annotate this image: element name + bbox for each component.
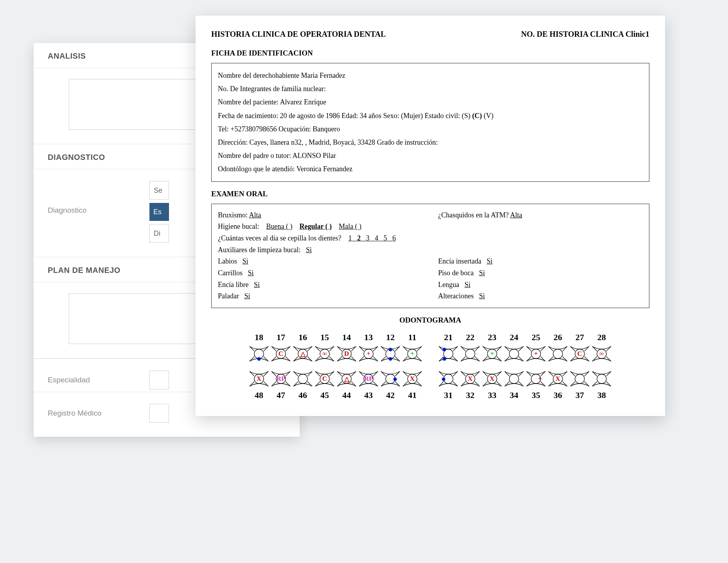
tooth-number: 31 — [437, 390, 459, 400]
plan-textarea[interactable] — [69, 293, 210, 344]
diagnostico-label: Diagnostico — [48, 206, 149, 215]
tooth-number: 33 — [481, 390, 503, 400]
tooth-number: 47 — [270, 390, 292, 400]
tooth-icon — [379, 368, 401, 390]
especialidad-input[interactable] — [149, 371, 169, 389]
tooth-icon: X — [459, 368, 481, 390]
tooth-number: 24 — [503, 332, 525, 342]
tooth-icon: D — [336, 342, 358, 365]
tooth-number: 21 — [437, 332, 459, 342]
tooth-number: 27 — [569, 332, 591, 342]
tooth-icon: + — [358, 342, 379, 365]
odontogram-right: 2122232425262728 — [437, 332, 613, 400]
tooth-number: 35 — [525, 390, 547, 400]
tooth-number: 42 — [379, 390, 401, 400]
tooth-icon: △ — [292, 342, 314, 365]
tooth-number: 14 — [336, 332, 358, 342]
tooth-number: 15 — [314, 332, 336, 342]
tooth-number: 26 — [547, 332, 569, 342]
diag-option-3[interactable]: Di — [149, 224, 169, 243]
tooth-number: 12 — [379, 332, 401, 342]
tooth-number: 46 — [292, 390, 314, 400]
tooth-icon: X — [401, 368, 423, 390]
tooth-icon — [569, 368, 591, 390]
tooth-number: 13 — [358, 332, 379, 342]
tooth-icon — [248, 342, 270, 365]
tooth-icon: + — [481, 342, 503, 365]
tooth-icon — [379, 342, 401, 365]
svg-point-38 — [509, 349, 519, 359]
tooth-icon: X — [248, 368, 270, 390]
tooth-icon — [503, 368, 525, 390]
tooth-number: 45 — [314, 390, 336, 400]
svg-point-20 — [298, 374, 307, 384]
tooth-number: 48 — [248, 390, 270, 400]
svg-point-34 — [466, 349, 475, 359]
tooth-icon — [503, 342, 525, 365]
tooth-icon: C — [270, 342, 292, 365]
odontogram: 1817161514131211 C — [211, 332, 649, 400]
registro-label: Registro Médico — [48, 409, 149, 418]
doc-title-right: NO. DE HISTORIA CLINICA Clinic1 — [521, 30, 649, 39]
tooth-icon: ∞ — [314, 342, 336, 365]
tooth-icon: RP — [358, 368, 379, 390]
tooth-number: 22 — [459, 332, 481, 342]
tooth-icon: △ — [336, 368, 358, 390]
tooth-icon — [437, 342, 459, 365]
tooth-number: 32 — [459, 390, 481, 400]
tooth-icon: + — [525, 342, 547, 365]
tooth-number: 36 — [547, 390, 569, 400]
tooth-icon: C — [569, 342, 591, 365]
analisis-textarea[interactable] — [69, 79, 210, 130]
tooth-icon — [547, 342, 569, 365]
examen-title: EXAMEN ORAL — [211, 190, 649, 198]
tooth-icon — [459, 342, 481, 365]
tooth-number: 16 — [292, 332, 314, 342]
svg-point-60 — [575, 374, 584, 384]
clinical-document: HISTORIA CLINICA DE OPERATORIA DENTAL NO… — [196, 16, 665, 416]
tooth-icon: X — [547, 368, 569, 390]
svg-point-42 — [553, 349, 563, 359]
tooth-number: 41 — [401, 390, 423, 400]
tooth-icon: C — [314, 368, 336, 390]
tooth-icon — [292, 368, 314, 390]
tooth-number: 43 — [358, 390, 379, 400]
diag-option-1[interactable]: Se — [149, 181, 169, 200]
tooth-number: 38 — [591, 390, 613, 400]
tooth-number: 44 — [336, 390, 358, 400]
tooth-number: 17 — [270, 332, 292, 342]
tooth-icon: ∞ — [591, 342, 613, 365]
tooth-number: 11 — [401, 332, 423, 342]
tooth-icon: + — [401, 342, 423, 365]
tooth-icon: + — [525, 368, 547, 390]
tooth-number: 23 — [481, 332, 503, 342]
diag-option-selected[interactable]: Es — [149, 203, 169, 221]
svg-point-62 — [597, 374, 606, 384]
tooth-icon: RP — [270, 368, 292, 390]
tooth-number: 34 — [503, 390, 525, 400]
registro-input[interactable] — [149, 404, 169, 423]
ficha-title: FICHA DE IDENTIFICACION — [211, 49, 649, 57]
tooth-number: 28 — [591, 332, 613, 342]
tooth-icon — [437, 368, 459, 390]
tooth-icon: X — [481, 368, 503, 390]
tooth-number: 18 — [248, 332, 270, 342]
odontogram-left: 1817161514131211 C — [248, 332, 423, 400]
especialidad-label: Especialidad — [48, 376, 149, 384]
identification-box: Nombre del derechohabiente Maria Fernade… — [211, 63, 649, 182]
svg-point-54 — [509, 374, 519, 384]
tooth-icon — [591, 368, 613, 390]
examen-box: Bruxismo: Alta ¿Chasquidos en la ATM? Al… — [211, 204, 649, 308]
doc-title-left: HISTORIA CLINICA DE OPERATORIA DENTAL — [211, 30, 386, 39]
tooth-number: 25 — [525, 332, 547, 342]
tooth-number: 37 — [569, 390, 591, 400]
odontograma-title: ODONTOGRAMA — [211, 316, 649, 325]
